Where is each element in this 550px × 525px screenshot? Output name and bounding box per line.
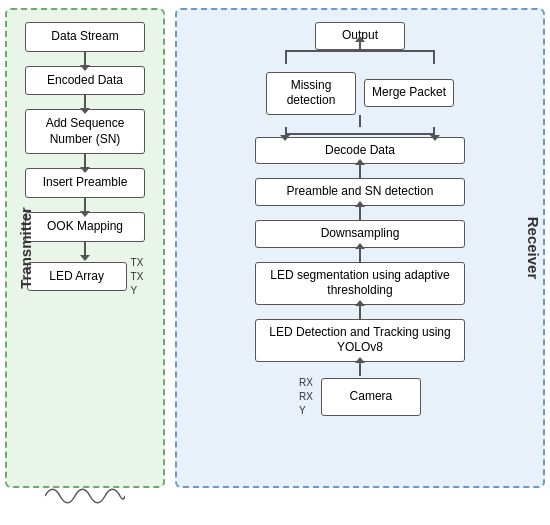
arrow-2 bbox=[84, 95, 86, 109]
camera-box: Camera bbox=[321, 378, 421, 416]
tx-label-2: TX bbox=[131, 270, 144, 284]
rx-label-1: RX bbox=[299, 376, 313, 390]
missing-detection-box: Missing detection bbox=[266, 72, 356, 115]
right-down-line bbox=[433, 127, 435, 135]
wave-area bbox=[45, 485, 125, 510]
arrow-4 bbox=[84, 198, 86, 212]
diagram-container: Transmitter Data Stream Encoded Data Add… bbox=[5, 8, 545, 518]
tx-label-1: TX bbox=[131, 256, 144, 270]
data-stream-box: Data Stream bbox=[25, 22, 145, 52]
arrow-up-5 bbox=[359, 362, 361, 376]
left-up-line bbox=[285, 50, 287, 64]
led-seg-row: LED segmentation using adaptive threshol… bbox=[255, 262, 465, 305]
split-row: Missing detection Merge Packet bbox=[266, 72, 454, 115]
led-detect-box: LED Detection and Tracking using YOLOv8 bbox=[255, 319, 465, 362]
transmitter-panel: Transmitter Data Stream Encoded Data Add… bbox=[5, 8, 165, 488]
arrow-up-3 bbox=[359, 248, 361, 262]
wave-svg bbox=[45, 485, 125, 507]
led-seg-box: LED segmentation using adaptive threshol… bbox=[255, 262, 465, 305]
led-detect-row: LED Detection and Tracking using YOLOv8 bbox=[255, 319, 465, 362]
receiver-panel: Receiver Output bbox=[175, 8, 545, 488]
arrow-3 bbox=[84, 154, 86, 168]
tx-flow: Data Stream Encoded Data Add Sequence Nu… bbox=[17, 22, 153, 298]
split-arrows-output bbox=[187, 50, 533, 72]
split-connector-top bbox=[255, 50, 465, 72]
led-array-box: LED Array bbox=[27, 262, 127, 292]
arrow-up-4 bbox=[359, 305, 361, 319]
center-up-line bbox=[359, 42, 361, 52]
center-arrowhead bbox=[355, 36, 365, 42]
camera-row: RX RX Y Camera bbox=[299, 376, 421, 418]
merge-packet-box: Merge Packet bbox=[364, 79, 454, 107]
led-array-row: LED Array TX TX Y bbox=[27, 256, 144, 298]
arrow-up-1 bbox=[359, 164, 361, 178]
rx-label-3: Y bbox=[299, 404, 313, 418]
arrow-5 bbox=[84, 242, 86, 256]
transmitter-label: Transmitter bbox=[17, 207, 34, 289]
tx-label-3: Y bbox=[131, 284, 144, 298]
rx-label-2: RX bbox=[299, 390, 313, 404]
rx-inner: Output bbox=[187, 22, 533, 474]
arrow-up-2 bbox=[359, 206, 361, 220]
tx-labels: TX TX Y bbox=[131, 256, 144, 298]
h-split-line bbox=[286, 133, 434, 135]
right-arrowhead bbox=[430, 135, 440, 141]
left-down-line bbox=[285, 127, 287, 135]
arrow-1 bbox=[84, 52, 86, 66]
rx-labels: RX RX Y bbox=[299, 376, 313, 418]
add-seq-box: Add Sequence Number (SN) bbox=[25, 109, 145, 154]
split-connector-bottom bbox=[255, 115, 465, 137]
receiver-label: Receiver bbox=[525, 217, 542, 280]
right-up-line bbox=[433, 50, 435, 64]
center-down-line bbox=[359, 115, 361, 127]
left-arrowhead bbox=[280, 135, 290, 141]
